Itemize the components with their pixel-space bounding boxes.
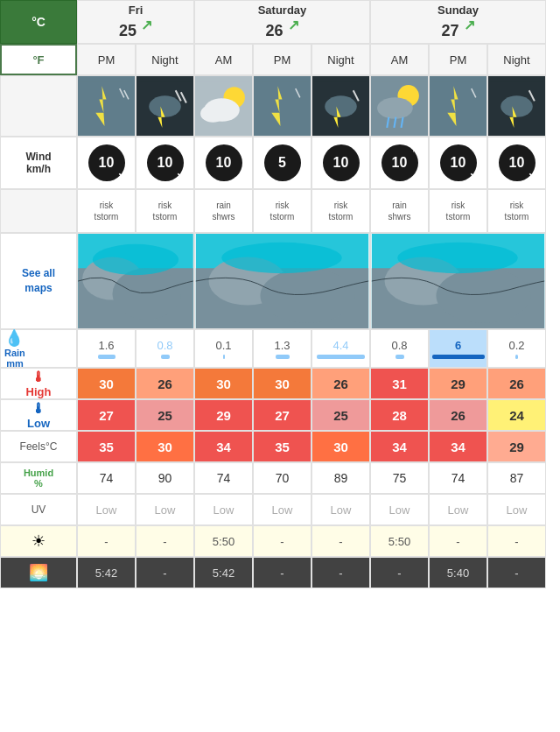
humid-sun-pm: 74 xyxy=(429,462,487,494)
sunrise-label: ☀ xyxy=(0,525,77,557)
wind-label: Windkm/h xyxy=(0,137,77,189)
weather-grid: °C Fri 25 ↗ Saturday 26 ↗ Sunday 27 ↗ °F… xyxy=(0,0,560,588)
svg-point-47 xyxy=(397,243,517,273)
uv-sun-night: Low xyxy=(487,494,546,525)
fahrenheit-button[interactable]: °F xyxy=(0,44,77,75)
high-label: 🌡 High xyxy=(0,368,77,399)
sunset-sat-pm: - xyxy=(253,557,312,588)
period-sat-am: AM xyxy=(194,44,253,75)
svg-rect-0 xyxy=(80,81,133,130)
rain-sat-night: 4.4 xyxy=(312,329,370,368)
wind-sun-am: 10↑ xyxy=(370,137,429,189)
weather-icon-sat-am xyxy=(194,75,253,137)
svg-point-17 xyxy=(325,95,357,116)
humid-label: Humid% xyxy=(0,462,77,494)
day-sunday: Sunday 27 ↗ xyxy=(370,0,546,44)
rain-sun-pm: 6 xyxy=(429,329,487,368)
expand-icon-sunday[interactable]: ↗ xyxy=(464,18,475,32)
weather-icon-sun-night xyxy=(487,75,546,137)
sunrise-sat-pm: - xyxy=(253,525,312,557)
low-label: 🌡 Low xyxy=(0,399,77,431)
uv-sat-pm: Low xyxy=(253,494,312,525)
condition-sun-pm: risktstorm xyxy=(429,189,487,233)
svg-point-37 xyxy=(93,244,178,275)
map-sat[interactable] xyxy=(194,233,370,329)
feels-sun-night: 29 xyxy=(487,431,546,462)
feels-fri-night: 30 xyxy=(136,431,194,462)
period-sun-night: Night xyxy=(487,44,546,75)
low-sun-pm: 26 xyxy=(429,399,487,431)
map-sun[interactable] xyxy=(370,233,546,329)
svg-point-41 xyxy=(260,268,354,323)
sunrise-sun-pm: - xyxy=(429,525,487,557)
map-fri[interactable] xyxy=(77,233,194,329)
svg-point-42 xyxy=(221,243,341,273)
low-sun-am: 28 xyxy=(370,399,429,431)
condition-sat-pm: risktstorm xyxy=(253,189,312,233)
feels-sun-pm: 34 xyxy=(429,431,487,462)
humid-sat-night: 89 xyxy=(312,462,370,494)
expand-icon-saturday[interactable]: ↗ xyxy=(288,18,299,32)
high-fri-pm: 30 xyxy=(77,368,136,399)
svg-point-22 xyxy=(377,97,413,118)
celsius-button[interactable]: °C xyxy=(0,0,77,44)
weather-icon-sun-am xyxy=(370,75,429,137)
humid-sun-night: 87 xyxy=(487,462,546,494)
period-fri-pm: PM xyxy=(77,44,136,75)
low-sat-pm: 27 xyxy=(253,399,312,431)
sunset-label: 🌅 xyxy=(0,557,77,588)
expand-icon-fri[interactable]: ↗ xyxy=(141,18,152,32)
sunset-sun-night: - xyxy=(487,557,546,588)
uv-fri-pm: Low xyxy=(77,494,136,525)
low-fri-night: 25 xyxy=(136,399,194,431)
low-fri-pm: 27 xyxy=(77,399,136,431)
feels-sat-night: 30 xyxy=(312,431,370,462)
sunrise-fri-night: - xyxy=(136,525,194,557)
period-sun-am: AM xyxy=(370,44,429,75)
condition-sun-night: risktstorm xyxy=(487,189,546,233)
feels-sat-pm: 35 xyxy=(253,431,312,462)
weather-icon-sat-pm xyxy=(253,75,312,137)
rain-fri-pm: 1.6 xyxy=(77,329,136,368)
humid-sat-pm: 70 xyxy=(253,462,312,494)
sunset-sat-night: - xyxy=(312,557,370,588)
condition-fri-pm: risktstorm xyxy=(77,189,136,233)
high-sat-night: 26 xyxy=(312,368,370,399)
uv-sun-am: Low xyxy=(370,494,429,525)
feels-fri-pm: 35 xyxy=(77,431,136,462)
uv-fri-night: Low xyxy=(136,494,194,525)
uv-label: UV xyxy=(0,494,77,525)
feels-sun-am: 34 xyxy=(370,431,429,462)
condition-sat-night: risktstorm xyxy=(312,189,370,233)
wind-sun-night: 10↘ xyxy=(487,137,546,189)
wind-sat-pm: 5↗ xyxy=(253,137,312,189)
uv-sun-pm: Low xyxy=(429,494,487,525)
rain-sun-night: 0.2 xyxy=(487,329,546,368)
rain-sun-am: 0.8 xyxy=(370,329,429,368)
rain-sat-am: 0.1 xyxy=(194,329,253,368)
svg-point-12 xyxy=(200,104,225,122)
condition-sun-am: rainshwrs xyxy=(370,189,429,233)
sunrise-fri-pm: - xyxy=(77,525,136,557)
low-sat-am: 29 xyxy=(194,399,253,431)
rain-fri-night: 0.8 xyxy=(136,329,194,368)
sunrise-sun-night: - xyxy=(487,525,546,557)
wind-sun-pm: 10↘ xyxy=(429,137,487,189)
high-sat-am: 30 xyxy=(194,368,253,399)
low-sat-night: 25 xyxy=(312,399,370,431)
high-fri-night: 26 xyxy=(136,368,194,399)
low-sun-night: 24 xyxy=(487,399,546,431)
svg-point-36 xyxy=(112,268,181,320)
sunrise-sat-am: 5:50 xyxy=(194,525,253,557)
rain-sat-pm: 1.3 xyxy=(253,329,312,368)
uv-sat-am: Low xyxy=(194,494,253,525)
weather-icon-fri-night xyxy=(136,75,194,137)
map-label[interactable]: See allmaps xyxy=(0,233,77,329)
humid-sun-am: 75 xyxy=(370,462,429,494)
day-fri: Fri 25 ↗ xyxy=(77,0,194,44)
weather-icon-fri-pm xyxy=(77,75,136,137)
weather-icon-sun-pm xyxy=(429,75,487,137)
high-sun-am: 31 xyxy=(370,368,429,399)
uv-sat-night: Low xyxy=(312,494,370,525)
day-saturday: Saturday 26 ↗ xyxy=(194,0,370,44)
